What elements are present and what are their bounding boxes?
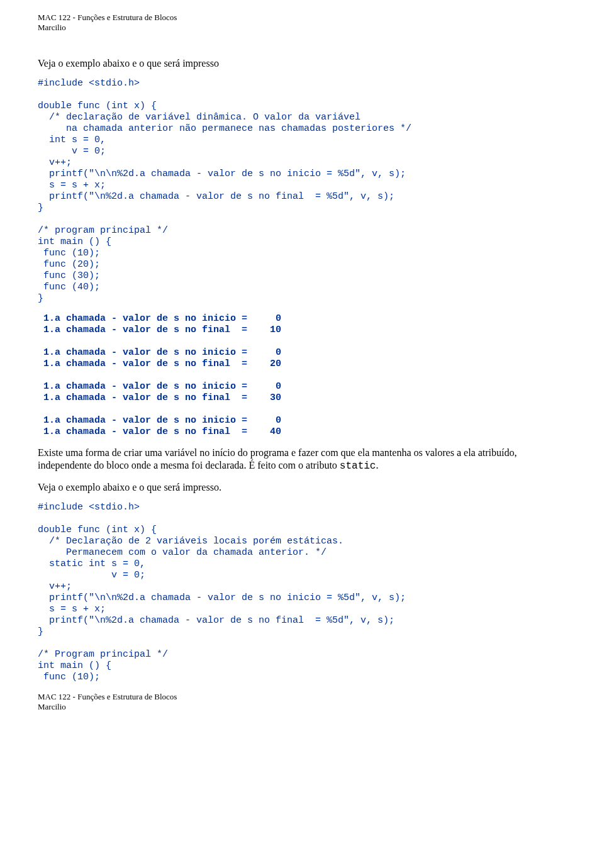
header-course: MAC 122 - Funções e Estrutura de Blocos — [38, 13, 566, 23]
code-block-1: #include <stdio.h> double func (int x) {… — [38, 78, 566, 304]
footer-author: Marcilio — [38, 702, 566, 712]
page-header: MAC 122 - Funções e Estrutura de Blocos … — [38, 13, 566, 32]
footer-course: MAC 122 - Funções e Estrutura de Blocos — [38, 692, 566, 702]
static-keyword: static — [340, 460, 376, 472]
intro-text-1: Veja o exemplo abaixo e o que será impre… — [38, 57, 566, 69]
paragraph-static: Existe uma forma de criar uma variável n… — [38, 447, 566, 472]
header-author: Marcilio — [38, 23, 566, 33]
output-block-1: 1.a chamada - valor de s no inicio = 0 1… — [38, 313, 566, 438]
intro-text-2: Veja o exemplo abaixo e o que será impre… — [38, 481, 566, 493]
code-block-2: #include <stdio.h> double func (int x) {… — [38, 502, 566, 683]
page-footer: MAC 122 - Funções e Estrutura de Blocos … — [38, 692, 566, 711]
para-2a: Existe uma forma de criar uma variável n… — [38, 447, 517, 470]
para-2c: . — [376, 460, 378, 470]
